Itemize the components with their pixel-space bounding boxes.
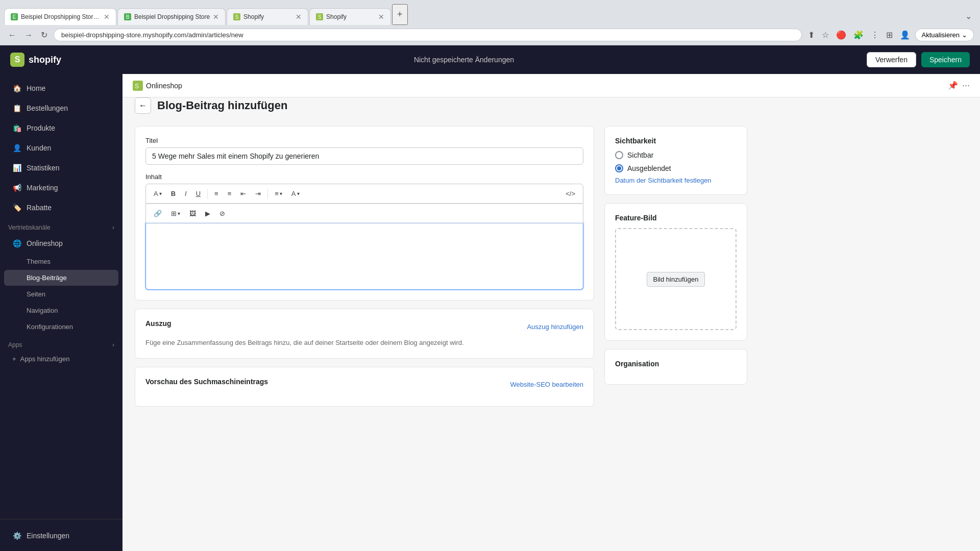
sidebar-nav: 🏠 Home 📋 Bestellungen 🛍️ Produkte 👤 Kund… [0,74,122,519]
list-ordered-button[interactable]: ≡ [224,187,235,200]
verwerfen-button[interactable]: Verwerfen [867,52,916,67]
share-icon[interactable]: ⬆ [806,28,817,42]
radio-sichtbar[interactable]: Sichtbar [615,151,737,159]
svg-text:S: S [135,83,139,90]
update-button[interactable]: Aktualisieren ⌄ [915,29,974,41]
date-visibility-link[interactable]: Datum der Sichtbarkeit festlegen [615,177,737,184]
back-nav-button[interactable]: ← [6,29,18,42]
breadcrumb-text: Onlineshop [146,82,182,90]
sidebar-item-onlineshop[interactable]: 🌐 Onlineshop [4,234,118,253]
menu-icon[interactable]: ⋮ [869,28,881,42]
browser-tab-2[interactable]: B Beispiel Dropshipping Store ✕ [117,8,226,25]
sidebar-label-statistiken: Statistiken [27,164,60,172]
sidebar-label-home: Home [27,84,45,92]
title-input[interactable] [145,147,583,165]
sidebar-sub-blog-beitraege[interactable]: Blog-Beiträge [4,270,118,286]
sidebar-item-marketing[interactable]: 📢 Marketing [4,178,118,197]
sidebar-label-rabatte: Rabatte [27,204,52,212]
address-bar[interactable]: beispiel-dropshipping-store.myshopify.co… [54,29,802,41]
plus-icon: + [12,355,16,363]
shopify-logo-icon: S [10,53,24,67]
indent-left-button[interactable]: ⇤ [237,187,250,200]
tab-close-2[interactable]: ✕ [213,13,219,21]
tab-close-1[interactable]: ✕ [104,13,110,21]
title-card: Titel Inhalt A ▾ B I U ≡ ≡ [135,126,594,300]
orders-icon: 📋 [12,104,21,113]
sidebar-sub-navigation[interactable]: Navigation [4,303,118,318]
sidebar-item-home[interactable]: 🏠 Home [4,79,118,98]
back-button[interactable]: ← [135,97,151,114]
embed-button[interactable]: ⊘ [216,207,229,220]
more-options-button[interactable]: ··· [962,80,970,91]
expand-icon: › [112,224,114,231]
apps-section[interactable]: Apps › [0,335,122,350]
text-color-button[interactable]: A ▾ [288,187,303,200]
auszug-add-link[interactable]: Auszug hinzufügen [527,323,583,331]
link-button[interactable]: 🔗 [150,207,165,220]
left-column: Titel Inhalt A ▾ B I U ≡ ≡ [135,126,594,407]
content-wrapper: ← Blog-Beitrag hinzufügen Titel Inhalt [122,97,980,419]
align-button[interactable]: ≡ ▾ [271,187,286,200]
content-area: S Onlineshop 📌 ··· ← Blog-Beitrag hinzuf… [122,74,980,551]
seo-edit-link[interactable]: Website-SEO bearbeiten [510,381,583,388]
address-text: beispiel-dropshipping-store.myshopify.co… [61,31,794,39]
sidebar-item-produkte[interactable]: 🛍️ Produkte [4,118,118,138]
content-header: S Onlineshop 📌 ··· [122,74,980,97]
source-code-button[interactable]: </> [562,187,579,200]
editor-content-area[interactable] [145,223,583,290]
right-column: Sichtbarkeit Sichtbar Ausgeblendet [604,126,747,385]
vertriebskanaele-section[interactable]: Vertriebskanäle › [0,218,122,233]
feature-bild-upload-area[interactable]: Bild hinzufügen [615,228,737,330]
apps-label: Apps [8,341,22,348]
sidebar-sub-themes[interactable]: Themes [4,254,118,269]
sidebar-item-kunden[interactable]: 👤 Kunden [4,138,118,158]
feature-bild-add-button[interactable]: Bild hinzufügen [647,272,705,287]
radio-ausgeblendet[interactable]: Ausgeblendet [615,164,737,172]
onlineshop-icon: 🌐 [12,239,21,248]
list-unordered-button[interactable]: ≡ [211,187,222,200]
text-format-button[interactable]: A ▾ [150,187,165,200]
tab-overflow-arrow[interactable]: ⌄ [961,7,976,25]
bookmark-icon[interactable]: ☆ [820,28,831,42]
sidebar-label-blog-beitraege: Blog-Beiträge [27,274,67,282]
vertriebskanaele-label: Vertriebskanäle [8,224,51,231]
sidebar-item-einstellungen[interactable]: ⚙️ Einstellungen [4,526,118,545]
tab-close-3[interactable]: ✕ [296,13,302,21]
reload-nav-button[interactable]: ↻ [39,28,50,42]
sidebar-label-navigation: Navigation [27,307,58,314]
tab-close-4[interactable]: ✕ [378,13,384,21]
sidebar-item-bestellungen[interactable]: 📋 Bestellungen [4,98,118,118]
bold-button[interactable]: B [167,187,179,200]
browser-tab-1[interactable]: E Beispiel Dropshipping Store · E... ✕ [4,8,116,25]
home-icon: 🏠 [12,84,21,93]
sidebar-item-statistiken[interactable]: 📊 Statistiken [4,158,118,178]
underline-button[interactable]: U [192,187,204,200]
image-button[interactable]: 🖼 [186,207,200,220]
customers-icon: 👤 [12,143,21,153]
browser-tab-4[interactable]: S Shopify ✕ [309,8,391,25]
settings-icon: ⚙️ [12,531,21,540]
seo-title: Vorschau des Suchmaschineintrags [145,378,268,386]
profile-icon[interactable]: 👤 [898,28,912,42]
table-button[interactable]: ⊞ ▾ [167,207,184,220]
pin-button[interactable]: 📌 [948,81,958,90]
extension-icon[interactable]: 🔴 [834,28,848,42]
radio-label-sichtbar: Sichtbar [627,151,653,159]
feature-bild-title: Feature-Bild [615,214,737,222]
sichtbarkeit-title: Sichtbarkeit [615,137,737,145]
video-button[interactable]: ▶ [202,207,214,220]
forward-nav-button[interactable]: → [22,29,35,42]
speichern-button[interactable]: Speichern [921,52,970,67]
italic-button[interactable]: I [181,187,190,200]
new-tab-button[interactable]: + [392,4,408,25]
sidebar-item-rabatte[interactable]: 🏷️ Rabatte [4,198,118,217]
puzzle-icon[interactable]: 🧩 [851,28,866,42]
sidebar: 🏠 Home 📋 Bestellungen 🛍️ Produkte 👤 Kund… [0,74,122,551]
apps-add-button[interactable]: + Apps hinzufügen [4,351,118,367]
sidebar-sub-seiten[interactable]: Seiten [4,286,118,302]
breadcrumb: S Onlineshop [133,81,182,91]
sidebar-sub-konfigurationen[interactable]: Konfigurationen [4,319,118,335]
grid-icon[interactable]: ⊞ [884,28,895,42]
indent-right-button[interactable]: ⇥ [252,187,264,200]
browser-tab-3[interactable]: S Shopify ✕ [227,8,308,25]
